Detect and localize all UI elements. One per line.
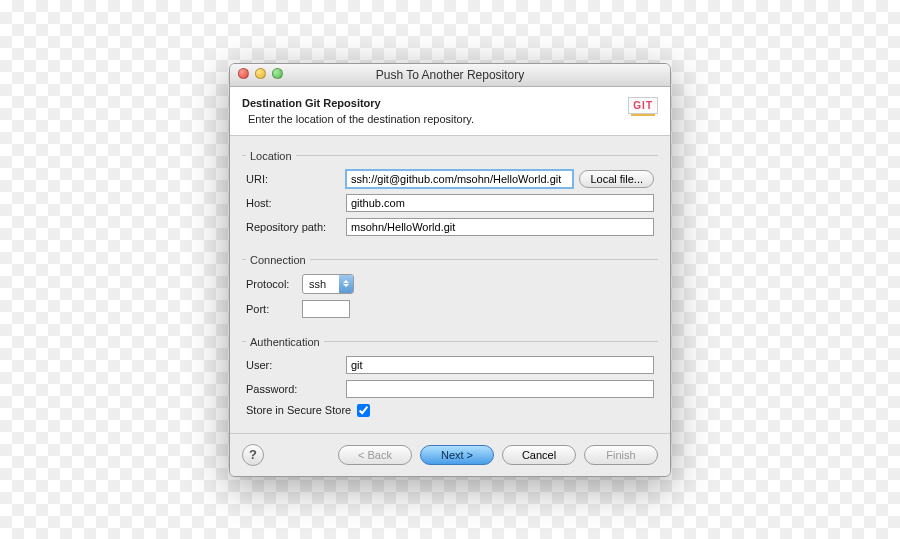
wizard-header: Destination Git Repository Enter the loc… [230,87,670,136]
connection-group: Connection Protocol: ssh Port: [242,254,658,326]
user-input[interactable] [346,356,654,374]
window-title: Push To Another Repository [376,68,525,82]
password-input[interactable] [346,380,654,398]
location-group: Location URI: Local file... Host: Reposi… [242,150,658,244]
repo-path-input[interactable] [346,218,654,236]
location-legend: Location [246,150,296,162]
page-title: Destination Git Repository [242,97,474,109]
back-button[interactable]: < Back [338,445,412,465]
port-label: Port: [246,303,302,315]
host-label: Host: [246,197,346,209]
host-input[interactable] [346,194,654,212]
select-arrows-icon [339,275,353,293]
secure-store-checkbox[interactable] [357,404,370,417]
protocol-select[interactable]: ssh [302,274,354,294]
local-file-button[interactable]: Local file... [579,170,654,188]
cancel-button[interactable]: Cancel [502,445,576,465]
password-label: Password: [246,383,346,395]
protocol-label: Protocol: [246,278,302,290]
minimize-icon[interactable] [255,68,266,79]
finish-button[interactable]: Finish [584,445,658,465]
help-icon[interactable]: ? [242,444,264,466]
zoom-icon[interactable] [272,68,283,79]
repo-path-label: Repository path: [246,221,346,233]
wizard-content: Location URI: Local file... Host: Reposi… [230,136,670,433]
user-label: User: [246,359,346,371]
next-button[interactable]: Next > [420,445,494,465]
close-icon[interactable] [238,68,249,79]
titlebar: Push To Another Repository [230,64,670,87]
dialog-window: Push To Another Repository Destination G… [229,63,671,477]
uri-input[interactable] [346,170,573,188]
connection-legend: Connection [246,254,310,266]
page-subtitle: Enter the location of the destination re… [248,113,474,125]
protocol-value: ssh [303,278,339,290]
window-controls [238,68,283,79]
authentication-legend: Authentication [246,336,324,348]
uri-label: URI: [246,173,346,185]
authentication-group: Authentication User: Password: Store in … [242,336,658,419]
secure-store-label: Store in Secure Store [246,404,351,416]
git-icon: GIT [628,97,658,114]
wizard-footer: ? < Back Next > Cancel Finish [230,433,670,476]
port-input[interactable] [302,300,350,318]
